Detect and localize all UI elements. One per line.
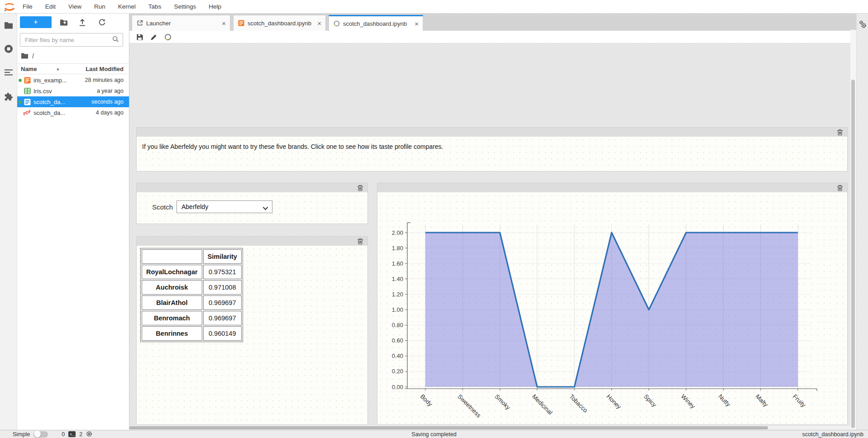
table-row[interactable]: Benromach 0.969697 [142, 311, 242, 325]
tab-scotch-dashboard-2-active[interactable]: scotch_dashboard.ipynb × [329, 15, 423, 31]
breadcrumb: / [21, 51, 34, 62]
table-row[interactable]: BlairAthol 0.969697 [142, 295, 242, 310]
launcher-icon [136, 20, 143, 27]
horizontal-scrollbar-thumb[interactable] [129, 426, 768, 429]
vertical-scrollbar[interactable] [850, 30, 856, 430]
file-row-iris-example[interactable]: iris_examp... 28 minutes ago [17, 75, 129, 86]
tab-scotch-dashboard-1[interactable]: scotch_dashboard.ipynb × [233, 15, 326, 31]
status-message: Saving completed [0, 431, 868, 438]
table-row[interactable]: Auchroisk 0.971008 [142, 280, 242, 295]
brand-name[interactable]: Auchroisk [142, 280, 202, 295]
file-list-header: Name ▲ Last Modified [17, 63, 129, 74]
file-name: scotch_da... [33, 99, 65, 105]
property-inspector-gears-icon[interactable] [858, 20, 867, 29]
similarity-table: Similarity RoyalLochnagar 0.975321 Auchr… [140, 248, 243, 342]
similarity-value: 0.969697 [203, 295, 242, 310]
close-icon[interactable]: × [415, 20, 419, 27]
file-modified: 4 days ago [96, 110, 129, 116]
taste-profile-chart[interactable]: 2.001.801.601.401.201.000.800.600.400.20… [380, 203, 842, 430]
brand-name[interactable]: BlairAthol [142, 295, 202, 310]
svg-text:1.00: 1.00 [392, 306, 403, 313]
file-browser-icon[interactable] [3, 20, 14, 31]
filter-files-input[interactable] [20, 37, 112, 43]
intro-text: If you like Aberfeldy you might want to … [137, 137, 847, 157]
brand-name[interactable]: Benrinnes [142, 326, 202, 341]
menu-help[interactable]: Help [202, 0, 228, 14]
table-row[interactable]: RoyalLochnagar 0.975321 [142, 265, 242, 279]
table-of-contents-icon[interactable] [3, 67, 14, 78]
menu-edit[interactable]: Edit [39, 0, 62, 14]
home-folder-icon[interactable] [21, 52, 29, 60]
svg-text:Malty: Malty [754, 393, 770, 409]
right-sidebar-strip [856, 14, 868, 430]
menu-view[interactable]: View [62, 0, 88, 14]
horizontal-scrollbar[interactable] [129, 426, 850, 430]
notebook-icon [238, 20, 244, 27]
top-menu-bar: File Edit View Run Kernel Tabs Settings … [0, 0, 868, 14]
kernel-circle-icon [333, 20, 340, 27]
brand-name[interactable]: RoyalLochnagar [142, 265, 202, 279]
svg-text:Winey: Winey [680, 393, 696, 410]
svg-text:0.40: 0.40 [392, 352, 403, 359]
taste-profile-chart-panel: 2.001.801.601.401.201.000.800.600.400.20… [377, 183, 848, 425]
trash-icon[interactable] [836, 129, 844, 136]
running-indicator-dot [19, 100, 22, 104]
column-name-header[interactable]: Name [17, 66, 37, 72]
similarity-table-panel: Similarity RoyalLochnagar 0.975321 Auchr… [136, 236, 368, 425]
menu-file[interactable]: File [16, 0, 39, 14]
svg-text:Medicinal: Medicinal [531, 393, 554, 416]
corner-cell [142, 249, 202, 264]
breadcrumb-root[interactable]: / [32, 52, 34, 60]
svg-text:Smoky: Smoky [493, 393, 511, 411]
tab-launcher[interactable]: Launcher × [132, 15, 230, 31]
tab-bar: Launcher × scotch_dashboard.ipynb × scot… [129, 14, 857, 31]
trash-icon[interactable] [357, 238, 364, 245]
intro-text-panel: If you like Aberfeldy you might want to … [136, 127, 848, 171]
main-area: Launcher × scotch_dashboard.ipynb × scot… [129, 14, 857, 430]
brand-name[interactable]: Benromach [142, 311, 202, 325]
file-row-iris-csv[interactable]: Iris.csv a year ago [17, 86, 129, 96]
menu-settings[interactable]: Settings [167, 0, 202, 14]
vertical-scrollbar-thumb[interactable] [851, 80, 855, 428]
search-icon [112, 36, 119, 44]
svg-text:0.20: 0.20 [392, 368, 403, 375]
simple-mode-toggle[interactable] [33, 431, 48, 438]
column-modified-header[interactable]: Last Modified [86, 66, 129, 72]
file-list: iris_examp... 28 minutes ago Iris.csv a … [17, 75, 129, 118]
running-sessions-icon[interactable] [3, 43, 14, 54]
svg-text:0.80: 0.80 [392, 322, 403, 328]
status-current-file: scotch_dashboard.ipynb [802, 431, 868, 438]
similarity-value: 0.969697 [203, 311, 242, 325]
trash-icon[interactable] [357, 184, 364, 191]
upload-icon[interactable] [78, 18, 87, 27]
terminals-count[interactable]: 0 [62, 431, 65, 438]
kernels-count[interactable]: 2 [79, 431, 82, 438]
scotch-dropdown-label: Scotch [137, 203, 176, 211]
new-launcher-button[interactable]: + [20, 16, 52, 28]
new-folder-icon[interactable] [59, 18, 68, 27]
svg-text:Honey: Honey [605, 393, 622, 410]
notebook-icon [24, 76, 31, 84]
file-modified: seconds ago [91, 99, 129, 105]
save-icon[interactable] [136, 33, 144, 41]
menu-kernel[interactable]: Kernel [112, 0, 142, 14]
kernel-busy-gear-icon[interactable] [86, 431, 92, 438]
refresh-icon[interactable] [97, 18, 106, 27]
menu-run[interactable]: Run [88, 0, 112, 14]
notebook-toolbar [129, 31, 857, 43]
close-icon[interactable]: × [222, 20, 226, 27]
menu-tabs[interactable]: Tabs [142, 0, 168, 14]
close-icon[interactable]: × [317, 20, 321, 27]
svg-text:Tobacco: Tobacco [568, 393, 589, 414]
file-row-scotch-dashboard-notebook[interactable]: scotch_da... seconds ago [17, 96, 129, 107]
scotch-dropdown[interactable]: Aberfeldy [176, 200, 272, 213]
file-row-scotch-dashboard-pdf[interactable]: PDF scotch_da... 4 days ago [17, 107, 129, 118]
file-name: scotch_da... [33, 110, 65, 116]
table-row[interactable]: Benrinnes 0.960149 [142, 326, 242, 341]
kernel-status-icon[interactable] [164, 33, 172, 41]
similarity-value: 0.975321 [203, 265, 242, 279]
extensions-puzzle-icon[interactable] [3, 91, 14, 102]
edit-pencil-icon[interactable] [150, 33, 158, 41]
svg-text:0.60: 0.60 [392, 337, 403, 344]
trash-icon[interactable] [836, 184, 844, 191]
